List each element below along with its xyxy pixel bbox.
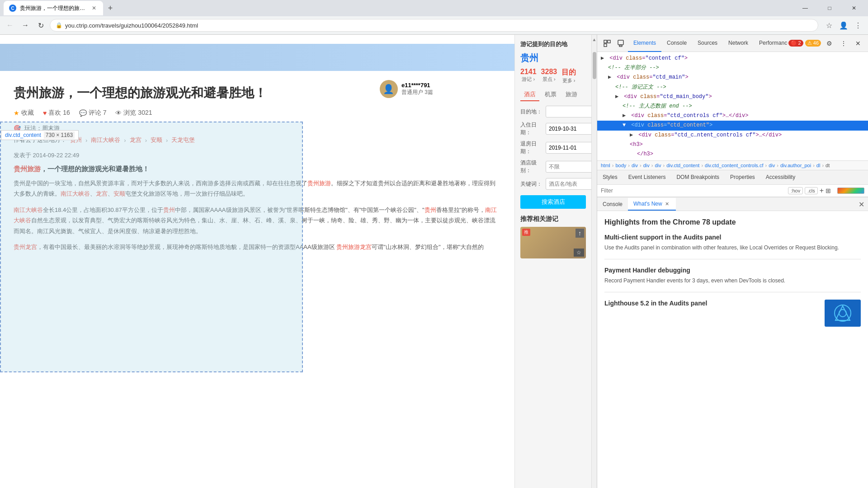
stat-youji[interactable]: 2141 游记 ›: [520, 68, 537, 84]
performance-tab[interactable]: Performance: [754, 35, 787, 52]
content-link-anshun[interactable]: 安顺: [113, 190, 125, 197]
flight-tab[interactable]: 机票: [541, 89, 560, 101]
dest-nanjiang[interactable]: 南江大峡谷: [91, 136, 120, 144]
whatsnew-panel-tab[interactable]: What's New ✕: [628, 198, 676, 211]
dom-breakpoints-tab[interactable]: DOM Breakpoints: [671, 171, 725, 184]
devtools-close-button[interactable]: ✕: [852, 37, 864, 50]
devtools-settings-button[interactable]: ⚙: [823, 37, 835, 50]
dom-line[interactable]: ▶ <div class="ctd_c…ntent_controls cf">……: [597, 131, 868, 140]
bookmark-button[interactable]: ☆: [823, 19, 835, 32]
dom-line[interactable]: <!-- 左半部分 -->: [597, 63, 868, 73]
scroll-thumb[interactable]: [593, 52, 596, 79]
whatsnew-tab-close[interactable]: ✕: [664, 201, 670, 207]
hotel-level-row: 酒店级别：: [520, 159, 586, 174]
stat-jingdian[interactable]: 3283 景点 ›: [541, 68, 557, 84]
bc-body[interactable]: body: [615, 163, 626, 168]
dom-line[interactable]: </h3>: [597, 150, 868, 159]
hotel-tab[interactable]: 酒店: [520, 89, 539, 101]
properties-tab[interactable]: Properties: [725, 171, 760, 184]
hov-filter-button[interactable]: :hov: [788, 187, 803, 194]
dom-line[interactable]: <!-- 游记正文 -->: [597, 83, 868, 92]
like-item[interactable]: ♥ 喜欢 16: [43, 109, 70, 117]
checkout-input[interactable]: [546, 142, 597, 154]
dom-tree: ▶ <div class="content cf"> <!-- 左半部分 -->…: [597, 52, 868, 160]
menu-button[interactable]: ⋮: [852, 19, 864, 32]
bc-dl[interactable]: dl: [816, 163, 821, 168]
dest-tianlong[interactable]: 天龙屯堡: [171, 136, 195, 144]
content-link-guizhou3[interactable]: 贵州: [425, 206, 436, 213]
webpage-scrollbar[interactable]: ▲: [591, 35, 597, 488]
content-link-nanjiang[interactable]: 南江大峡谷: [61, 190, 90, 197]
collect-item[interactable]: ★ 收藏: [14, 109, 34, 117]
content-link-longgong2[interactable]: 龙宫: [360, 244, 372, 250]
accessibility-tab[interactable]: Accessibility: [760, 171, 801, 184]
maximize-button[interactable]: □: [819, 1, 840, 15]
content-link-guizhou2[interactable]: 贵州: [163, 206, 175, 213]
url-bar[interactable]: 🔒 you.ctrip.com/travels/guizhou100064/20…: [50, 19, 818, 32]
whatsnew-item-1-text: Multi-client support in the Audits panel…: [604, 234, 861, 252]
bc-div-ctd-content[interactable]: div.ctd_content: [666, 163, 699, 168]
console-tab[interactable]: Console: [661, 35, 692, 52]
console-panel-close-button[interactable]: ✕: [859, 200, 864, 208]
close-window-button[interactable]: ✕: [844, 1, 864, 15]
checkin-row: 入住日期：: [520, 121, 586, 136]
whatsnew-item-1: Multi-client support in the Audits panel…: [604, 234, 861, 259]
content-link-nanjiang2[interactable]: 南江大峡谷: [14, 206, 43, 213]
content-link-guizhou[interactable]: 贵州旅游: [307, 180, 331, 187]
console-panel-tab[interactable]: Console: [597, 198, 628, 211]
devtools-menu-button[interactable]: ⋮: [837, 37, 850, 50]
bc-div2[interactable]: div: [643, 163, 650, 168]
color-picker-button[interactable]: [837, 188, 864, 194]
bc-div-ctd-content-controls[interactable]: div.ctd_content_controls.cf: [705, 163, 763, 168]
content-link-guizhou-longdong[interactable]: 贵州龙宫: [14, 244, 37, 250]
related-card-1[interactable]: 推 ↑ ☆: [520, 227, 586, 258]
cls-filter-button[interactable]: .cls: [805, 187, 818, 194]
back-button[interactable]: ←: [4, 19, 16, 32]
minimize-button[interactable]: —: [795, 1, 816, 15]
dom-line[interactable]: <!-- 主人态数据 end -->: [597, 102, 868, 111]
content-link-longgong[interactable]: 龙宫: [96, 190, 108, 197]
destination-input[interactable]: [546, 106, 597, 117]
device-toolbar-button[interactable]: [614, 37, 627, 50]
dest-longgong[interactable]: 龙宫: [130, 136, 142, 144]
checkin-input[interactable]: [546, 123, 597, 135]
dom-line[interactable]: ▶ <div class="ctd_main">: [597, 73, 868, 82]
bc-div4[interactable]: div: [769, 163, 775, 168]
reload-button[interactable]: ↻: [34, 19, 47, 32]
search-hotel-button[interactable]: 搜索酒店: [520, 195, 586, 209]
comment-item[interactable]: 💬 评论 7: [79, 109, 107, 117]
add-style-button[interactable]: +: [820, 187, 824, 195]
scroll-up-arrow[interactable]: ▲: [592, 36, 597, 43]
dom-line[interactable]: ▶ <div class="content cf">: [597, 54, 868, 63]
hotel-level-input[interactable]: [546, 161, 597, 173]
elements-tab[interactable]: Elements: [628, 35, 661, 52]
close-tab-button[interactable]: ✕: [90, 5, 98, 12]
dom-line[interactable]: <h3>: [597, 140, 868, 150]
profile-button[interactable]: 👤: [837, 19, 850, 32]
active-tab[interactable]: C 贵州旅游，一个理想的旅游观光和避暑胜地！ ✕: [4, 1, 103, 15]
event-listeners-tab[interactable]: Event Listeners: [623, 171, 671, 184]
new-tab-button[interactable]: +: [104, 2, 117, 14]
selected-dom-line[interactable]: ▼ <div class="ctd_content">: [597, 121, 868, 130]
stat-mudidi[interactable]: 目的 更多 ›: [561, 68, 576, 84]
article-title-link[interactable]: 贵州旅游: [14, 165, 41, 173]
dest-anshun[interactable]: 安顺: [151, 136, 162, 144]
content-link-guizhou-tour[interactable]: 贵州旅游: [336, 244, 360, 250]
bc-html[interactable]: html: [601, 163, 610, 168]
keyword-input[interactable]: [546, 178, 597, 190]
devtools-bottom-panel: Styles Event Listeners DOM Breakpoints P…: [597, 170, 868, 360]
dom-line[interactable]: ▶ <div class="ctd_controls cf">…</div>: [597, 111, 868, 121]
styles-tab[interactable]: Styles: [597, 171, 623, 184]
bc-div3[interactable]: div: [655, 163, 661, 168]
forward-button[interactable]: →: [19, 19, 32, 32]
dom-line[interactable]: ▶ <div class="ctd_main_body">: [597, 92, 868, 102]
adjust-icon: ⊞: [826, 187, 831, 194]
tour-tab[interactable]: 旅游: [562, 89, 581, 101]
bc-div-author-poi[interactable]: div.author_poi: [780, 163, 811, 168]
bc-div1[interactable]: div: [632, 163, 638, 168]
view-item: 👁 浏览 3021: [115, 109, 152, 117]
inspect-element-button[interactable]: [601, 37, 613, 50]
styles-filter-input[interactable]: [601, 188, 784, 194]
sources-tab[interactable]: Sources: [692, 35, 723, 52]
network-tab[interactable]: Network: [723, 35, 754, 52]
